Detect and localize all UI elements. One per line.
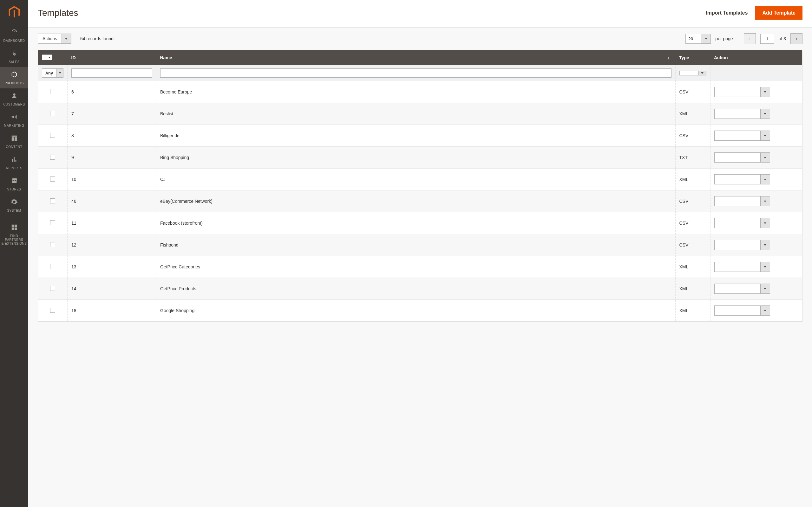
- column-header-type[interactable]: Type: [675, 50, 710, 65]
- cell-id: 11: [67, 212, 156, 234]
- chevron-down-icon[interactable]: [761, 305, 770, 316]
- table-row[interactable]: 7BeslistXML: [38, 103, 802, 125]
- row-checkbox[interactable]: [50, 286, 55, 291]
- column-header-action: Action: [710, 50, 802, 65]
- table-row[interactable]: 46eBay(Commerce Network)CSV: [38, 190, 802, 212]
- page-size-input[interactable]: [686, 34, 701, 44]
- row-checkbox[interactable]: [50, 111, 55, 116]
- row-checkbox[interactable]: [50, 176, 55, 181]
- cell-name: GetPrice Categories: [156, 256, 676, 278]
- chevron-down-icon[interactable]: [761, 262, 770, 272]
- row-action-dropdown[interactable]: [714, 218, 770, 228]
- row-checkbox[interactable]: [50, 133, 55, 138]
- sidebar-item-products[interactable]: PRODUCTS: [0, 67, 28, 89]
- cell-name: Fishpond: [156, 234, 676, 256]
- next-page-button[interactable]: ›: [791, 33, 803, 44]
- table-row[interactable]: 9Bing ShoppingTXT: [38, 147, 802, 169]
- mass-actions-dropdown[interactable]: Actions: [38, 34, 71, 44]
- sidebar-item-reports[interactable]: REPORTS: [0, 152, 28, 173]
- table-row[interactable]: 12FishpondCSV: [38, 234, 802, 256]
- sidebar-item-label: FIND PARTNERS& EXTENSIONS: [1, 234, 27, 245]
- prev-page-button[interactable]: ‹: [744, 33, 756, 44]
- chevron-down-icon[interactable]: [761, 196, 770, 206]
- filter-name-input[interactable]: [160, 68, 671, 78]
- row-action-dropdown[interactable]: [714, 87, 770, 97]
- cell-name: Facebook (storefront): [156, 212, 676, 234]
- table-row[interactable]: 10CJXML: [38, 169, 802, 190]
- chevron-right-icon: ›: [796, 36, 797, 42]
- row-action-dropdown[interactable]: [714, 284, 770, 294]
- table-row[interactable]: 11Facebook (storefront)CSV: [38, 212, 802, 234]
- row-checkbox[interactable]: [50, 89, 55, 94]
- chevron-down-icon[interactable]: [701, 34, 711, 44]
- row-checkbox[interactable]: [50, 242, 55, 247]
- magento-logo[interactable]: [0, 0, 28, 25]
- table-row[interactable]: 6Become EuropeCSV: [38, 81, 802, 103]
- table-row[interactable]: 13GetPrice CategoriesXML: [38, 256, 802, 278]
- cell-id: 7: [67, 103, 156, 125]
- row-action-dropdown[interactable]: [714, 153, 770, 163]
- templates-grid: ID Name ↓ Type Action Any: [38, 50, 803, 322]
- chevron-down-icon[interactable]: [761, 130, 770, 141]
- chevron-down-icon[interactable]: [699, 71, 706, 75]
- sidebar-item-content[interactable]: CONTENT: [0, 131, 28, 152]
- filter-id-input[interactable]: [71, 68, 152, 78]
- sidebar-item-stores[interactable]: STORES: [0, 173, 28, 194]
- sidebar-item-system[interactable]: SYSTEM: [0, 194, 28, 216]
- column-header-checkbox[interactable]: [38, 50, 67, 65]
- magento-logo-icon: [9, 6, 20, 19]
- chevron-down-icon[interactable]: [761, 87, 770, 97]
- sidebar-item-customers[interactable]: CUSTOMERS: [0, 89, 28, 110]
- cell-type: XML: [675, 278, 710, 300]
- chevron-down-icon[interactable]: [47, 55, 52, 60]
- chevron-down-icon[interactable]: [761, 153, 770, 163]
- filter-any-dropdown[interactable]: Any: [42, 68, 63, 78]
- sidebar-item-sales[interactable]: SALES: [0, 46, 28, 67]
- current-page-input[interactable]: [760, 34, 774, 44]
- select-all-checkbox[interactable]: [42, 55, 47, 60]
- add-template-button[interactable]: Add Template: [755, 6, 803, 20]
- chevron-down-icon[interactable]: [761, 174, 770, 184]
- sidebar-item-dashboard[interactable]: DASHBOARD: [0, 25, 28, 46]
- table-row[interactable]: 18Google ShoppingXML: [38, 300, 802, 322]
- chevron-down-icon[interactable]: [56, 68, 63, 78]
- row-checkbox[interactable]: [50, 264, 55, 269]
- table-row[interactable]: 14GetPrice ProductsXML: [38, 278, 802, 300]
- sidebar-item-label: REPORTS: [6, 166, 22, 170]
- row-action-dropdown[interactable]: [714, 240, 770, 250]
- import-templates-link[interactable]: Import Templates: [706, 10, 748, 16]
- row-checkbox[interactable]: [50, 308, 55, 313]
- chevron-down-icon[interactable]: [761, 240, 770, 250]
- column-header-id[interactable]: ID: [67, 50, 156, 65]
- column-header-name[interactable]: Name ↓: [156, 50, 676, 65]
- dashboard-icon: [11, 29, 18, 37]
- row-checkbox[interactable]: [50, 199, 55, 204]
- sidebar-item-marketing[interactable]: MARKETING: [0, 110, 28, 131]
- table-filter-row: Any: [38, 65, 802, 81]
- sidebar-item-label: SYSTEM: [7, 209, 21, 213]
- row-action-dropdown[interactable]: [714, 196, 770, 206]
- sidebar-item-find[interactable]: FIND PARTNERS& EXTENSIONS: [0, 220, 28, 249]
- page-size-select[interactable]: [686, 34, 711, 44]
- chevron-down-icon[interactable]: [761, 109, 770, 119]
- sidebar-item-label: DASHBOARD: [3, 39, 25, 43]
- cell-id: 46: [67, 190, 156, 212]
- cell-id: 10: [67, 169, 156, 190]
- chevron-down-icon[interactable]: [761, 284, 770, 294]
- row-action-dropdown[interactable]: [714, 174, 770, 184]
- sidebar: DASHBOARDSALESPRODUCTSCUSTOMERSMARKETING…: [0, 0, 28, 507]
- table-row[interactable]: 8Billiger.deCSV: [38, 125, 802, 147]
- chevron-down-icon[interactable]: [62, 34, 71, 44]
- cell-id: 9: [67, 147, 156, 169]
- cell-id: 8: [67, 125, 156, 147]
- cell-id: 13: [67, 256, 156, 278]
- row-action-dropdown[interactable]: [714, 109, 770, 119]
- row-action-dropdown[interactable]: [714, 130, 770, 141]
- row-action-dropdown[interactable]: [714, 305, 770, 316]
- records-found-text: 54 records found: [80, 36, 113, 41]
- filter-type-dropdown[interactable]: [679, 71, 706, 75]
- row-checkbox[interactable]: [50, 220, 55, 225]
- row-action-dropdown[interactable]: [714, 262, 770, 272]
- chevron-down-icon[interactable]: [761, 218, 770, 228]
- row-checkbox[interactable]: [50, 155, 55, 160]
